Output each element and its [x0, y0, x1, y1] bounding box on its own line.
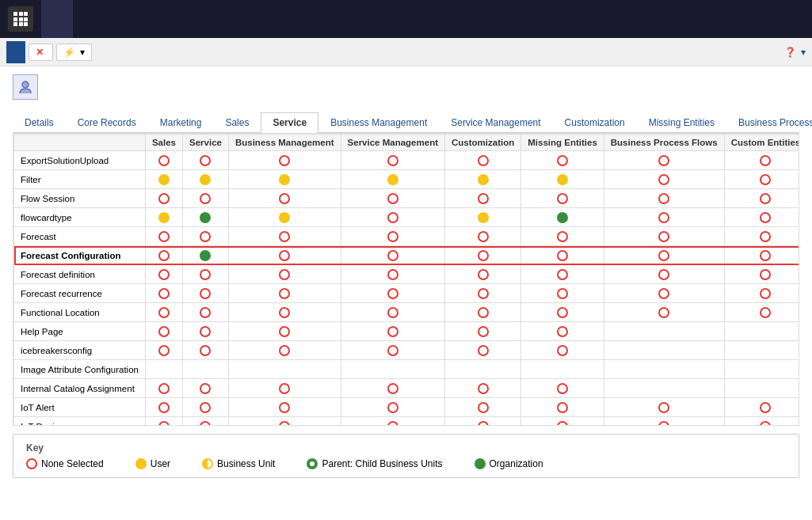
permission-cell[interactable] — [521, 379, 604, 398]
permission-cell[interactable] — [228, 208, 341, 227]
permission-cell[interactable] — [183, 151, 229, 170]
permission-cell[interactable] — [521, 284, 604, 303]
permission-cell[interactable] — [183, 265, 229, 284]
permission-cell[interactable] — [445, 417, 521, 427]
table-row[interactable]: Image Attribute Configuration — [14, 360, 800, 379]
permission-cell[interactable] — [183, 170, 229, 189]
actions-button[interactable]: ⚡ ▾ — [56, 44, 92, 61]
permission-cell[interactable] — [341, 360, 444, 379]
permission-cell[interactable] — [145, 151, 182, 170]
permission-cell[interactable] — [724, 341, 799, 360]
permission-cell[interactable] — [521, 341, 604, 360]
permission-cell[interactable] — [604, 360, 724, 379]
permission-cell[interactable] — [145, 189, 182, 208]
permission-cell[interactable] — [145, 227, 182, 246]
permission-cell[interactable] — [604, 322, 724, 341]
permission-cell[interactable] — [145, 379, 182, 398]
table-row[interactable]: Flow Session — [14, 189, 800, 208]
permission-cell[interactable] — [521, 265, 604, 284]
tab-business-management[interactable]: Business Management — [318, 112, 439, 132]
tab-service[interactable]: Service — [261, 112, 318, 133]
app-grid-icon[interactable] — [8, 6, 33, 32]
table-row[interactable]: Filter — [14, 170, 800, 189]
tab-missing-entities[interactable]: Missing Entities — [637, 112, 726, 132]
permission-cell[interactable] — [145, 360, 182, 379]
permission-cell[interactable] — [341, 398, 444, 417]
permission-cell[interactable] — [228, 341, 341, 360]
permission-cell[interactable] — [445, 151, 521, 170]
permission-cell[interactable] — [145, 417, 182, 427]
tab-details[interactable]: Details — [13, 112, 66, 132]
permission-cell[interactable] — [183, 208, 229, 227]
permission-cell[interactable] — [183, 398, 229, 417]
table-row[interactable]: Internal Catalog Assignment — [14, 379, 800, 398]
permission-cell[interactable] — [604, 227, 724, 246]
permission-cell[interactable] — [445, 379, 521, 398]
table-row[interactable]: flowcardtype — [14, 208, 800, 227]
permission-cell[interactable] — [604, 189, 724, 208]
permission-cell[interactable] — [604, 284, 724, 303]
table-row[interactable]: Functional Location — [14, 303, 800, 322]
permission-cell[interactable] — [521, 151, 604, 170]
permission-cell[interactable] — [341, 246, 444, 265]
permission-cell[interactable] — [341, 341, 444, 360]
permission-cell[interactable] — [341, 208, 444, 227]
permission-cell[interactable] — [521, 189, 604, 208]
table-row[interactable]: Forecast recurrence — [14, 284, 800, 303]
permission-cell[interactable] — [341, 189, 444, 208]
permission-cell[interactable] — [521, 170, 604, 189]
table-row[interactable]: ExportSolutionUpload — [14, 151, 800, 170]
permission-cell[interactable] — [724, 284, 799, 303]
permission-cell[interactable] — [145, 398, 182, 417]
close-button[interactable]: ✕ — [29, 44, 53, 61]
permission-cell[interactable] — [445, 360, 521, 379]
permission-cell[interactable] — [228, 227, 341, 246]
permission-cell[interactable] — [445, 341, 521, 360]
permission-cell[interactable] — [183, 246, 229, 265]
tab-sales[interactable]: Sales — [213, 112, 261, 132]
permission-cell[interactable] — [183, 341, 229, 360]
tab-marketing[interactable]: Marketing — [148, 112, 214, 132]
tab-service-management[interactable]: Service Management — [439, 112, 552, 132]
permission-cell[interactable] — [341, 170, 444, 189]
permission-cell[interactable] — [724, 398, 799, 417]
permission-cell[interactable] — [521, 246, 604, 265]
permission-cell[interactable] — [145, 265, 182, 284]
permission-cell[interactable] — [145, 341, 182, 360]
permission-cell[interactable] — [341, 284, 444, 303]
tab-customization[interactable]: Customization — [553, 112, 637, 132]
permission-cell[interactable] — [604, 151, 724, 170]
permission-cell[interactable] — [521, 417, 604, 427]
permission-cell[interactable] — [341, 227, 444, 246]
permission-cell[interactable] — [228, 246, 341, 265]
permission-cell[interactable] — [724, 303, 799, 322]
permission-cell[interactable] — [604, 246, 724, 265]
permission-cell[interactable] — [145, 170, 182, 189]
permission-cell[interactable] — [228, 170, 341, 189]
permission-cell[interactable] — [521, 398, 604, 417]
permission-cell[interactable] — [604, 379, 724, 398]
permission-cell[interactable] — [228, 303, 341, 322]
permission-cell[interactable] — [445, 208, 521, 227]
permission-cell[interactable] — [604, 417, 724, 427]
permission-cell[interactable] — [724, 151, 799, 170]
permission-cell[interactable] — [341, 265, 444, 284]
permission-cell[interactable] — [445, 284, 521, 303]
permission-cell[interactable] — [604, 303, 724, 322]
permission-cell[interactable] — [445, 303, 521, 322]
tab-business-process-flows[interactable]: Business Process Flows — [726, 112, 812, 132]
permission-cell[interactable] — [228, 284, 341, 303]
permission-cell[interactable] — [228, 265, 341, 284]
permission-cell[interactable] — [183, 303, 229, 322]
permission-cell[interactable] — [521, 227, 604, 246]
permission-cell[interactable] — [341, 379, 444, 398]
permission-cell[interactable] — [445, 189, 521, 208]
permission-cell[interactable] — [145, 303, 182, 322]
file-button[interactable] — [6, 41, 25, 63]
permission-cell[interactable] — [228, 379, 341, 398]
permission-cell[interactable] — [341, 303, 444, 322]
permission-cell[interactable] — [724, 189, 799, 208]
permission-cell[interactable] — [521, 322, 604, 341]
permission-cell[interactable] — [183, 284, 229, 303]
permission-cell[interactable] — [183, 417, 229, 427]
